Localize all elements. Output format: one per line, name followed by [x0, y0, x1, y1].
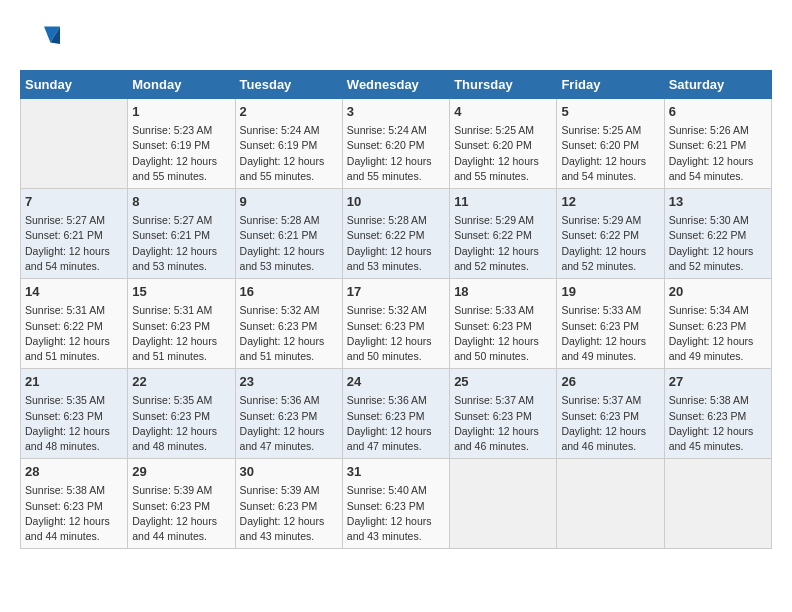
- day-number: 2: [240, 103, 338, 121]
- logo: [20, 20, 64, 60]
- header-day-monday: Monday: [128, 71, 235, 99]
- day-info: Sunrise: 5:31 AMSunset: 6:23 PMDaylight:…: [132, 303, 230, 364]
- day-info: Sunrise: 5:23 AMSunset: 6:19 PMDaylight:…: [132, 123, 230, 184]
- day-number: 19: [561, 283, 659, 301]
- day-number: 24: [347, 373, 445, 391]
- calendar-cell: 30Sunrise: 5:39 AMSunset: 6:23 PMDayligh…: [235, 459, 342, 549]
- calendar-cell: 25Sunrise: 5:37 AMSunset: 6:23 PMDayligh…: [450, 369, 557, 459]
- day-info: Sunrise: 5:30 AMSunset: 6:22 PMDaylight:…: [669, 213, 767, 274]
- header-day-friday: Friday: [557, 71, 664, 99]
- calendar-cell: 12Sunrise: 5:29 AMSunset: 6:22 PMDayligh…: [557, 189, 664, 279]
- day-info: Sunrise: 5:38 AMSunset: 6:23 PMDaylight:…: [669, 393, 767, 454]
- day-info: Sunrise: 5:39 AMSunset: 6:23 PMDaylight:…: [132, 483, 230, 544]
- calendar-cell: 26Sunrise: 5:37 AMSunset: 6:23 PMDayligh…: [557, 369, 664, 459]
- calendar-cell: 18Sunrise: 5:33 AMSunset: 6:23 PMDayligh…: [450, 279, 557, 369]
- calendar-header: SundayMondayTuesdayWednesdayThursdayFrid…: [21, 71, 772, 99]
- day-info: Sunrise: 5:35 AMSunset: 6:23 PMDaylight:…: [25, 393, 123, 454]
- calendar-cell: 22Sunrise: 5:35 AMSunset: 6:23 PMDayligh…: [128, 369, 235, 459]
- day-number: 27: [669, 373, 767, 391]
- day-number: 31: [347, 463, 445, 481]
- calendar-cell: 9Sunrise: 5:28 AMSunset: 6:21 PMDaylight…: [235, 189, 342, 279]
- day-info: Sunrise: 5:36 AMSunset: 6:23 PMDaylight:…: [240, 393, 338, 454]
- calendar-cell: 31Sunrise: 5:40 AMSunset: 6:23 PMDayligh…: [342, 459, 449, 549]
- day-info: Sunrise: 5:40 AMSunset: 6:23 PMDaylight:…: [347, 483, 445, 544]
- calendar-cell: 29Sunrise: 5:39 AMSunset: 6:23 PMDayligh…: [128, 459, 235, 549]
- day-info: Sunrise: 5:25 AMSunset: 6:20 PMDaylight:…: [454, 123, 552, 184]
- day-info: Sunrise: 5:25 AMSunset: 6:20 PMDaylight:…: [561, 123, 659, 184]
- day-number: 29: [132, 463, 230, 481]
- day-info: Sunrise: 5:27 AMSunset: 6:21 PMDaylight:…: [132, 213, 230, 274]
- calendar-cell: 10Sunrise: 5:28 AMSunset: 6:22 PMDayligh…: [342, 189, 449, 279]
- calendar-cell: 13Sunrise: 5:30 AMSunset: 6:22 PMDayligh…: [664, 189, 771, 279]
- day-number: 14: [25, 283, 123, 301]
- day-number: 17: [347, 283, 445, 301]
- calendar-cell: 1Sunrise: 5:23 AMSunset: 6:19 PMDaylight…: [128, 99, 235, 189]
- calendar-cell: 16Sunrise: 5:32 AMSunset: 6:23 PMDayligh…: [235, 279, 342, 369]
- week-row-2: 14Sunrise: 5:31 AMSunset: 6:22 PMDayligh…: [21, 279, 772, 369]
- day-number: 11: [454, 193, 552, 211]
- calendar-cell: 8Sunrise: 5:27 AMSunset: 6:21 PMDaylight…: [128, 189, 235, 279]
- day-info: Sunrise: 5:33 AMSunset: 6:23 PMDaylight:…: [454, 303, 552, 364]
- day-number: 21: [25, 373, 123, 391]
- header-row: SundayMondayTuesdayWednesdayThursdayFrid…: [21, 71, 772, 99]
- day-info: Sunrise: 5:29 AMSunset: 6:22 PMDaylight:…: [561, 213, 659, 274]
- week-row-4: 28Sunrise: 5:38 AMSunset: 6:23 PMDayligh…: [21, 459, 772, 549]
- day-number: 25: [454, 373, 552, 391]
- calendar-cell: [557, 459, 664, 549]
- calendar-cell: 27Sunrise: 5:38 AMSunset: 6:23 PMDayligh…: [664, 369, 771, 459]
- day-number: 15: [132, 283, 230, 301]
- calendar-cell: 5Sunrise: 5:25 AMSunset: 6:20 PMDaylight…: [557, 99, 664, 189]
- day-info: Sunrise: 5:39 AMSunset: 6:23 PMDaylight:…: [240, 483, 338, 544]
- day-info: Sunrise: 5:36 AMSunset: 6:23 PMDaylight:…: [347, 393, 445, 454]
- calendar-cell: 15Sunrise: 5:31 AMSunset: 6:23 PMDayligh…: [128, 279, 235, 369]
- calendar-cell: 3Sunrise: 5:24 AMSunset: 6:20 PMDaylight…: [342, 99, 449, 189]
- day-number: 26: [561, 373, 659, 391]
- calendar-cell: [21, 99, 128, 189]
- page-header: [20, 20, 772, 60]
- day-info: Sunrise: 5:24 AMSunset: 6:19 PMDaylight:…: [240, 123, 338, 184]
- calendar-cell: [450, 459, 557, 549]
- day-info: Sunrise: 5:26 AMSunset: 6:21 PMDaylight:…: [669, 123, 767, 184]
- day-number: 3: [347, 103, 445, 121]
- day-number: 1: [132, 103, 230, 121]
- day-number: 30: [240, 463, 338, 481]
- header-day-sunday: Sunday: [21, 71, 128, 99]
- calendar-cell: 14Sunrise: 5:31 AMSunset: 6:22 PMDayligh…: [21, 279, 128, 369]
- calendar-cell: 6Sunrise: 5:26 AMSunset: 6:21 PMDaylight…: [664, 99, 771, 189]
- day-number: 4: [454, 103, 552, 121]
- calendar-cell: 20Sunrise: 5:34 AMSunset: 6:23 PMDayligh…: [664, 279, 771, 369]
- day-number: 10: [347, 193, 445, 211]
- day-number: 28: [25, 463, 123, 481]
- day-number: 16: [240, 283, 338, 301]
- calendar-cell: 19Sunrise: 5:33 AMSunset: 6:23 PMDayligh…: [557, 279, 664, 369]
- day-info: Sunrise: 5:28 AMSunset: 6:22 PMDaylight:…: [347, 213, 445, 274]
- day-number: 13: [669, 193, 767, 211]
- week-row-0: 1Sunrise: 5:23 AMSunset: 6:19 PMDaylight…: [21, 99, 772, 189]
- day-info: Sunrise: 5:28 AMSunset: 6:21 PMDaylight:…: [240, 213, 338, 274]
- calendar-cell: 17Sunrise: 5:32 AMSunset: 6:23 PMDayligh…: [342, 279, 449, 369]
- day-number: 12: [561, 193, 659, 211]
- day-number: 6: [669, 103, 767, 121]
- day-number: 20: [669, 283, 767, 301]
- calendar-cell: 24Sunrise: 5:36 AMSunset: 6:23 PMDayligh…: [342, 369, 449, 459]
- day-info: Sunrise: 5:35 AMSunset: 6:23 PMDaylight:…: [132, 393, 230, 454]
- header-day-wednesday: Wednesday: [342, 71, 449, 99]
- day-number: 18: [454, 283, 552, 301]
- day-number: 9: [240, 193, 338, 211]
- day-number: 5: [561, 103, 659, 121]
- day-info: Sunrise: 5:32 AMSunset: 6:23 PMDaylight:…: [240, 303, 338, 364]
- day-info: Sunrise: 5:33 AMSunset: 6:23 PMDaylight:…: [561, 303, 659, 364]
- day-info: Sunrise: 5:24 AMSunset: 6:20 PMDaylight:…: [347, 123, 445, 184]
- calendar-cell: 11Sunrise: 5:29 AMSunset: 6:22 PMDayligh…: [450, 189, 557, 279]
- day-number: 22: [132, 373, 230, 391]
- day-number: 7: [25, 193, 123, 211]
- calendar-cell: 4Sunrise: 5:25 AMSunset: 6:20 PMDaylight…: [450, 99, 557, 189]
- week-row-3: 21Sunrise: 5:35 AMSunset: 6:23 PMDayligh…: [21, 369, 772, 459]
- header-day-tuesday: Tuesday: [235, 71, 342, 99]
- calendar-cell: 28Sunrise: 5:38 AMSunset: 6:23 PMDayligh…: [21, 459, 128, 549]
- header-day-thursday: Thursday: [450, 71, 557, 99]
- week-row-1: 7Sunrise: 5:27 AMSunset: 6:21 PMDaylight…: [21, 189, 772, 279]
- day-info: Sunrise: 5:32 AMSunset: 6:23 PMDaylight:…: [347, 303, 445, 364]
- day-info: Sunrise: 5:29 AMSunset: 6:22 PMDaylight:…: [454, 213, 552, 274]
- calendar-cell: 21Sunrise: 5:35 AMSunset: 6:23 PMDayligh…: [21, 369, 128, 459]
